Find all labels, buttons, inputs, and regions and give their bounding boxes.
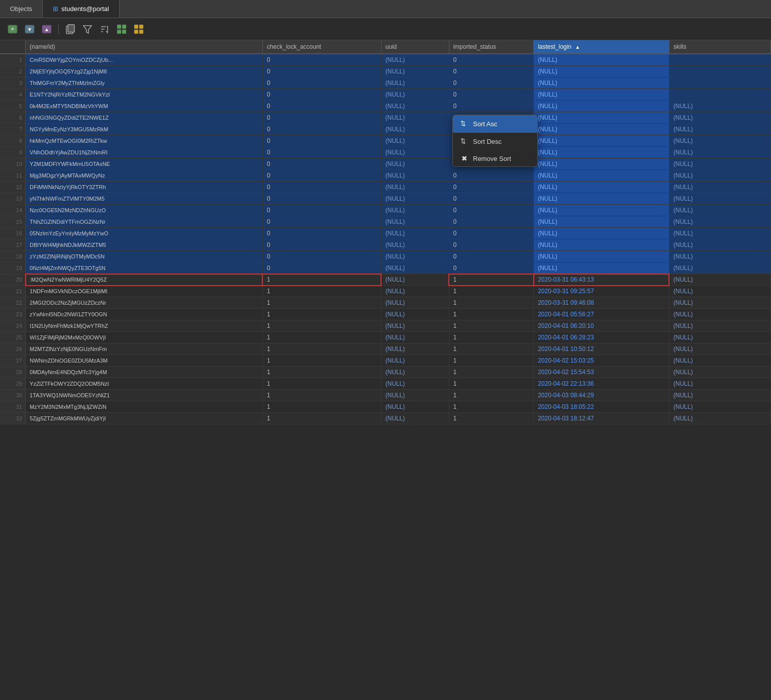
col-header-skills[interactable]: skills xyxy=(669,40,770,54)
row-number: 32 xyxy=(0,413,26,424)
cell-name: 5Zjg5ZTZmMGRkMWUyZjdiYjI xyxy=(26,413,263,424)
col-header-imported[interactable]: imported_status xyxy=(449,40,534,54)
copy-button[interactable] xyxy=(63,22,78,37)
cell-uuid: (NULL) xyxy=(381,124,449,135)
col-header-uuid[interactable]: uuid xyxy=(381,40,449,54)
students-tab-icon: ⊞ xyxy=(53,5,58,13)
col-header-name[interactable]: (name/id) xyxy=(26,40,263,54)
cell-imported: 0 xyxy=(449,251,534,262)
table-row: 211NDFmMGVkNDczOGE1MjliMI1(NULL)12020-03… xyxy=(0,286,771,297)
cell-skills: (NULL) xyxy=(669,378,770,390)
cell-imported: 1 xyxy=(449,390,534,401)
table-row: 8hkMmQzMTEwOGI0M2RiZTkw0(NULL)0(NULL)(NU… xyxy=(0,135,771,147)
cell-name: 2MGI2ODc2NzZjMGUzZDczNr xyxy=(26,297,263,309)
cell-uuid: (NULL) xyxy=(381,101,449,112)
add-row-button[interactable]: + xyxy=(5,22,20,37)
cell-skills: (NULL) xyxy=(669,367,770,378)
cell-imported: 0 xyxy=(449,170,534,182)
cell-check-lock: 0 xyxy=(262,135,381,147)
cell-name: yNThkNWFmZTVlMTY0M2M5 xyxy=(26,193,263,205)
grid2-button[interactable] xyxy=(131,22,146,37)
tab-objects[interactable]: Objects xyxy=(0,0,43,18)
svg-rect-17 xyxy=(139,25,143,29)
cell-lastest-login: 2020-04-03 08:44:29 xyxy=(534,390,669,401)
cell-lastest-login: 2020-04-01 06:20:10 xyxy=(534,320,669,332)
cell-name: DBlYWI4MjhkNDJkMWZiZTM5 xyxy=(26,239,263,251)
cell-skills: (NULL) xyxy=(669,147,770,158)
svg-rect-7 xyxy=(68,25,74,32)
cell-imported: 0 xyxy=(449,216,534,228)
cell-uuid: (NULL) xyxy=(381,77,449,89)
cell-name: NWNmZDhiOGE0ZDU5MzA3M xyxy=(26,355,263,367)
filter-button[interactable] xyxy=(80,22,95,37)
table-row: 7NGYyMmEyNzY3MGU5MzRkM0(NULL)0(NULL)(NUL… xyxy=(0,124,771,135)
cell-lastest-login: 2020-04-01 05:56:27 xyxy=(534,309,669,320)
row-number: 23 xyxy=(0,309,26,320)
cell-skills xyxy=(669,77,770,89)
table-row: 18zYzM2ZlNjRiNjhjOTMyMDc5N0(NULL)0(NULL)… xyxy=(0,251,771,262)
cell-imported: 0 xyxy=(449,228,534,239)
cell-imported: 0 xyxy=(449,54,534,66)
cell-check-lock: 0 xyxy=(262,251,381,262)
export-button[interactable]: ▲ xyxy=(39,22,54,37)
row-number: 11 xyxy=(0,170,26,182)
cell-check-lock: 1 xyxy=(262,286,381,297)
cell-name: Mjg3MDgzYjAyMTAxMWQyNz xyxy=(26,170,263,182)
row-number: 19 xyxy=(0,262,26,274)
cell-imported: 1 xyxy=(449,355,534,367)
table-row: 4E1NTY2NjRiYzRiZTM2NGVkYzI0(NULL)0(NULL) xyxy=(0,89,771,101)
cell-lastest-login: 2020-04-03 18:12:47 xyxy=(534,413,669,424)
cell-skills: (NULL) xyxy=(669,401,770,413)
row-number: 30 xyxy=(0,390,26,401)
cell-check-lock: 0 xyxy=(262,228,381,239)
sort-desc-option[interactable]: ⇅ Sort Desc xyxy=(453,133,537,150)
grid1-button[interactable] xyxy=(114,22,129,37)
data-table: (name/id) check_lock_account uuid import… xyxy=(0,40,771,424)
remove-sort-option[interactable]: ✖ Remove Sort xyxy=(453,150,537,166)
cell-uuid: (NULL) xyxy=(381,320,449,332)
cell-name: zYzM2ZlNjRiNjhjOTMyMDc5N xyxy=(26,251,263,262)
cell-name: DFiMWNkNzIyYjRkOTY3ZTRh xyxy=(26,182,263,193)
cell-skills: (NULL) xyxy=(669,262,770,274)
table-row: 24I1N2UyNmFhMzk1MjQwYTRhZ1(NULL)12020-04… xyxy=(0,320,771,332)
cell-name: Nzc0OGE5N2MzNDZhNGUzO xyxy=(26,205,263,216)
cell-uuid: (NULL) xyxy=(381,112,449,124)
tab-students[interactable]: ⊞ students@portal xyxy=(43,0,120,18)
col-header-check-lock[interactable]: check_lock_account xyxy=(262,40,381,54)
cell-lastest-login: 2020-04-02 15:03:25 xyxy=(534,355,669,367)
cell-lastest-login: (NULL) xyxy=(534,54,669,66)
cell-skills: (NULL) xyxy=(669,193,770,205)
row-number: 17 xyxy=(0,239,26,251)
cell-check-lock: 0 xyxy=(262,66,381,77)
cell-imported: 1 xyxy=(449,367,534,378)
table-row: 27NWNmZDhiOGE0ZDU5MzA3M1(NULL)12020-04-0… xyxy=(0,355,771,367)
cell-uuid: (NULL) xyxy=(381,239,449,251)
import-button[interactable]: ▼ xyxy=(22,22,37,37)
table-row: 11Mjg3MDgzYjAyMTAxMWQyNz0(NULL)0(NULL)(N… xyxy=(0,170,771,182)
cell-check-lock: 1 xyxy=(262,309,381,320)
table-row: 3ThiMGFmY2MyZThiMzImZGly0(NULL)0(NULL) xyxy=(0,77,771,89)
cell-skills: (NULL) xyxy=(669,112,770,124)
cell-check-lock: 0 xyxy=(262,112,381,124)
cell-check-lock: 1 xyxy=(262,367,381,378)
cell-check-lock: 0 xyxy=(262,170,381,182)
cell-skills: (NULL) xyxy=(669,251,770,262)
table-row: 20:M2QwN2YwNWRlMjU4Y2Q5Z1(NULL)12020-03-… xyxy=(0,274,771,286)
remove-sort-icon: ✖ xyxy=(460,154,469,162)
row-number: 31 xyxy=(0,401,26,413)
cell-lastest-login: 2020-03-31 09:46:08 xyxy=(534,297,669,309)
row-number: 26 xyxy=(0,343,26,355)
cell-name: CmRSDWrYjgZOYmOZDCZjUb... xyxy=(26,54,263,66)
cell-skills: (NULL) xyxy=(669,182,770,193)
svg-text:⇅: ⇅ xyxy=(460,137,466,145)
cell-imported: 1 xyxy=(449,286,534,297)
sort-button[interactable] xyxy=(97,22,112,37)
col-header-lastest[interactable]: lastest_login ▲ xyxy=(534,40,669,54)
cell-lastest-login: 2020-04-02 22:13:36 xyxy=(534,378,669,390)
row-number: 12 xyxy=(0,182,26,193)
cell-imported: 0 xyxy=(449,239,534,251)
toolbar: + ▼ ▲ xyxy=(0,18,771,40)
sort-asc-option[interactable]: ⇅ Sort Asc xyxy=(453,115,537,133)
sort-asc-arrow: ▲ xyxy=(575,44,580,50)
students-tab-label: students@portal xyxy=(61,5,109,13)
